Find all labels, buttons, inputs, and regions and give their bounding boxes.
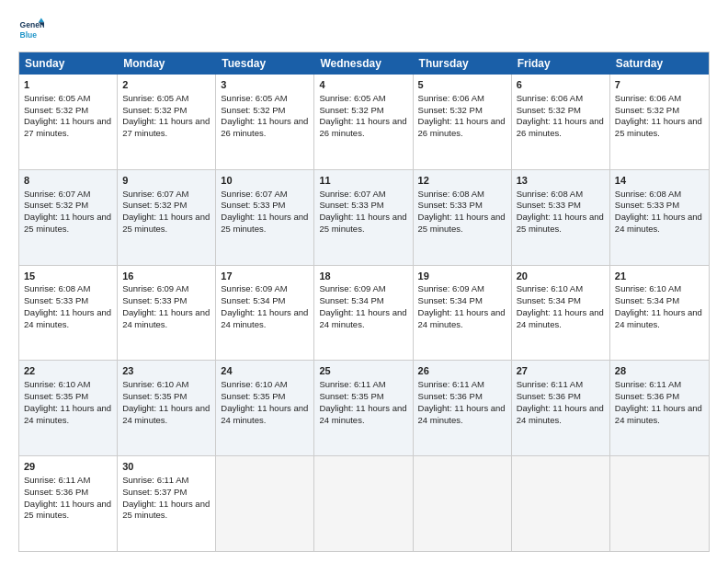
sunrise-label: Sunrise: 6:10 AM (122, 379, 188, 389)
day-cell-18: 18 Sunrise: 6:09 AM Sunset: 5:34 PM Dayl… (314, 266, 413, 361)
day-number: 14 (615, 174, 704, 188)
day-number: 10 (221, 174, 309, 188)
daylight-label: Daylight: 11 hours and 25 minutes. (615, 116, 702, 138)
logo: General Blue (18, 17, 44, 42)
header-day-friday: Friday (512, 52, 610, 75)
sunset-label: Sunset: 5:32 PM (418, 105, 483, 115)
calendar-week-1: 1 Sunrise: 6:05 AM Sunset: 5:32 PM Dayli… (19, 75, 709, 170)
day-number: 9 (122, 174, 210, 188)
daylight-label: Daylight: 11 hours and 25 minutes. (418, 212, 506, 234)
day-cell-27: 27 Sunrise: 6:11 AM Sunset: 5:36 PM Dayl… (512, 361, 610, 455)
daylight-label: Daylight: 11 hours and 24 minutes. (418, 403, 506, 425)
header: General Blue (18, 17, 710, 42)
day-number: 3 (221, 78, 309, 92)
header-day-sunday: Sunday (19, 52, 118, 75)
daylight-label: Daylight: 11 hours and 25 minutes. (319, 212, 406, 234)
sunrise-label: Sunrise: 6:07 AM (24, 189, 90, 199)
calendar-week-4: 22 Sunrise: 6:10 AM Sunset: 5:35 PM Dayl… (19, 361, 709, 456)
day-number: 20 (517, 270, 605, 283)
daylight-label: Daylight: 11 hours and 26 minutes. (517, 116, 604, 138)
daylight-label: Daylight: 11 hours and 26 minutes. (221, 116, 308, 138)
sunset-label: Sunset: 5:32 PM (122, 200, 187, 210)
daylight-label: Daylight: 11 hours and 24 minutes. (122, 307, 210, 329)
daylight-label: Daylight: 11 hours and 24 minutes. (319, 403, 406, 425)
day-cell-26: 26 Sunrise: 6:11 AM Sunset: 5:36 PM Dayl… (414, 361, 512, 455)
sunrise-label: Sunrise: 6:07 AM (319, 189, 385, 199)
sunset-label: Sunset: 5:32 PM (615, 105, 679, 115)
sunrise-label: Sunrise: 6:10 AM (517, 283, 583, 293)
svg-text:Blue: Blue (20, 30, 38, 40)
sunset-label: Sunset: 5:34 PM (221, 295, 285, 305)
sunset-label: Sunset: 5:35 PM (319, 391, 383, 401)
day-cell-23: 23 Sunrise: 6:10 AM Sunset: 5:35 PM Dayl… (118, 361, 216, 455)
daylight-label: Daylight: 11 hours and 25 minutes. (24, 212, 111, 234)
daylight-label: Daylight: 11 hours and 25 minutes. (517, 212, 604, 234)
day-number: 12 (418, 174, 506, 188)
day-number: 21 (615, 270, 704, 283)
sunrise-label: Sunrise: 6:08 AM (418, 189, 484, 199)
sunrise-label: Sunrise: 6:05 AM (319, 93, 385, 103)
day-cell-6: 6 Sunrise: 6:06 AM Sunset: 5:32 PM Dayli… (512, 75, 610, 169)
day-cell-20: 20 Sunrise: 6:10 AM Sunset: 5:34 PM Dayl… (512, 266, 610, 361)
daylight-label: Daylight: 11 hours and 26 minutes. (418, 116, 506, 138)
daylight-label: Daylight: 11 hours and 24 minutes. (615, 403, 702, 425)
day-number: 19 (418, 270, 506, 283)
sunrise-label: Sunrise: 6:07 AM (221, 189, 287, 199)
daylight-label: Daylight: 11 hours and 24 minutes. (615, 307, 702, 329)
empty-cell (314, 456, 413, 551)
day-number: 27 (517, 364, 605, 378)
day-number: 29 (24, 460, 112, 474)
calendar: SundayMondayTuesdayWednesdayThursdayFrid… (18, 52, 710, 552)
day-cell-5: 5 Sunrise: 6:06 AM Sunset: 5:32 PM Dayli… (414, 75, 512, 169)
empty-cell (610, 456, 709, 551)
sunrise-label: Sunrise: 6:09 AM (319, 283, 385, 293)
day-cell-4: 4 Sunrise: 6:05 AM Sunset: 5:32 PM Dayli… (314, 75, 413, 169)
sunrise-label: Sunrise: 6:06 AM (615, 93, 681, 103)
sunrise-label: Sunrise: 6:09 AM (418, 283, 484, 293)
sunset-label: Sunset: 5:33 PM (24, 295, 88, 305)
sunset-label: Sunset: 5:33 PM (221, 200, 285, 210)
sunrise-label: Sunrise: 6:10 AM (24, 379, 90, 389)
sunrise-label: Sunrise: 6:11 AM (319, 379, 385, 389)
sunset-label: Sunset: 5:36 PM (24, 487, 88, 497)
sunrise-label: Sunrise: 6:05 AM (122, 93, 188, 103)
day-number: 15 (24, 270, 112, 283)
empty-cell (216, 456, 314, 551)
sunrise-label: Sunrise: 6:08 AM (24, 283, 90, 293)
daylight-label: Daylight: 11 hours and 24 minutes. (517, 403, 604, 425)
sunset-label: Sunset: 5:33 PM (418, 200, 483, 210)
day-cell-2: 2 Sunrise: 6:05 AM Sunset: 5:32 PM Dayli… (118, 75, 216, 169)
day-cell-19: 19 Sunrise: 6:09 AM Sunset: 5:34 PM Dayl… (414, 266, 512, 361)
sunrise-label: Sunrise: 6:11 AM (122, 475, 188, 485)
sunset-label: Sunset: 5:36 PM (418, 391, 483, 401)
sunset-label: Sunset: 5:34 PM (418, 295, 483, 305)
calendar-week-2: 8 Sunrise: 6:07 AM Sunset: 5:32 PM Dayli… (19, 170, 709, 266)
daylight-label: Daylight: 11 hours and 27 minutes. (24, 116, 111, 138)
sunrise-label: Sunrise: 6:10 AM (221, 379, 287, 389)
daylight-label: Daylight: 11 hours and 25 minutes. (122, 212, 210, 234)
daylight-label: Daylight: 11 hours and 24 minutes. (122, 403, 210, 425)
day-cell-8: 8 Sunrise: 6:07 AM Sunset: 5:32 PM Dayli… (19, 170, 118, 265)
daylight-label: Daylight: 11 hours and 27 minutes. (122, 116, 210, 138)
logo-icon: General Blue (18, 17, 44, 42)
sunrise-label: Sunrise: 6:08 AM (517, 189, 583, 199)
day-number: 4 (319, 78, 407, 92)
sunset-label: Sunset: 5:36 PM (517, 391, 581, 401)
sunrise-label: Sunrise: 6:05 AM (221, 93, 287, 103)
header-day-thursday: Thursday (414, 52, 512, 75)
day-cell-30: 30 Sunrise: 6:11 AM Sunset: 5:37 PM Dayl… (118, 456, 216, 551)
day-cell-21: 21 Sunrise: 6:10 AM Sunset: 5:34 PM Dayl… (610, 266, 709, 361)
sunset-label: Sunset: 5:35 PM (122, 391, 187, 401)
sunrise-label: Sunrise: 6:08 AM (615, 189, 681, 199)
sunset-label: Sunset: 5:33 PM (319, 200, 383, 210)
day-cell-22: 22 Sunrise: 6:10 AM Sunset: 5:35 PM Dayl… (19, 361, 118, 455)
sunrise-label: Sunrise: 6:09 AM (122, 283, 188, 293)
sunset-label: Sunset: 5:33 PM (122, 295, 187, 305)
day-cell-11: 11 Sunrise: 6:07 AM Sunset: 5:33 PM Dayl… (314, 170, 413, 265)
daylight-label: Daylight: 11 hours and 24 minutes. (418, 307, 506, 329)
day-number: 1 (24, 78, 112, 92)
day-number: 18 (319, 270, 407, 283)
header-day-saturday: Saturday (610, 52, 709, 75)
header-day-wednesday: Wednesday (314, 52, 413, 75)
daylight-label: Daylight: 11 hours and 24 minutes. (24, 403, 111, 425)
